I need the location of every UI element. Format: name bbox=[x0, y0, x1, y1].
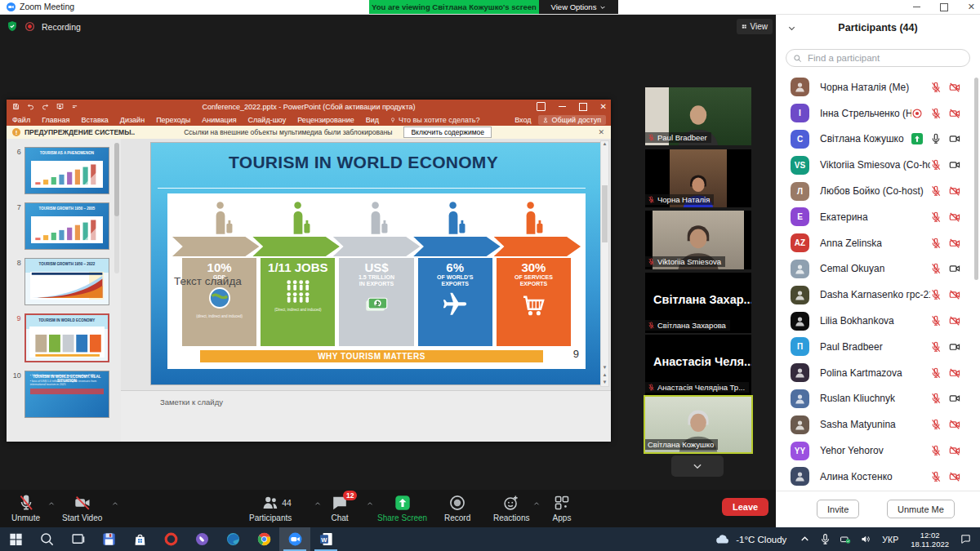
tell-me-box[interactable]: Что вы хотите сделать? bbox=[385, 116, 480, 124]
slideshow-icon[interactable] bbox=[56, 103, 64, 110]
scrollbar-thumb[interactable] bbox=[602, 185, 608, 242]
participant-row[interactable]: Polina Kartmazova bbox=[776, 360, 980, 386]
notes-pane[interactable]: Заметки к слайду bbox=[121, 390, 611, 442]
slide-thumbnail-9[interactable]: 9 TOURISM IN WORLD ECONOMY bbox=[11, 313, 109, 362]
panel-scrollbar[interactable] bbox=[974, 78, 978, 280]
taskbar-chrome-icon[interactable] bbox=[248, 527, 279, 551]
unmute-me-button[interactable]: Unmute Me bbox=[887, 500, 955, 518]
participants-button[interactable]: 44 Participants bbox=[249, 494, 292, 522]
clock[interactable]: 12:02 18.11.2022 bbox=[904, 531, 956, 549]
participant-row[interactable]: C Світлана Кожушко bbox=[776, 127, 980, 153]
maximize-button[interactable] bbox=[940, 3, 948, 11]
language-indicator[interactable]: УКР bbox=[876, 535, 904, 544]
tray-expand-icon[interactable] bbox=[795, 527, 815, 551]
tray-volume-icon[interactable] bbox=[856, 527, 876, 551]
participant-row[interactable]: Sasha Matyunina bbox=[776, 411, 980, 438]
video-tile-4[interactable]: Анастасія Челя... Анастасія Челядіна Тр.… bbox=[645, 335, 751, 395]
qat-more-icon[interactable] bbox=[71, 103, 78, 110]
video-tile-5[interactable]: Світлана Кожушко bbox=[645, 397, 751, 452]
save-icon[interactable] bbox=[12, 103, 20, 110]
apps-button[interactable]: Apps bbox=[552, 494, 572, 522]
unmute-button[interactable]: Unmute bbox=[11, 494, 40, 522]
editor-scrollbar[interactable]: ▲ ▼ ▲ ▼ bbox=[600, 140, 609, 387]
chevron-up-icon[interactable] bbox=[314, 500, 322, 508]
search-input[interactable] bbox=[806, 52, 963, 64]
video-tile-3[interactable]: Світлана Захар... Світлана Захарова bbox=[645, 273, 751, 333]
tray-device-icon[interactable] bbox=[835, 527, 856, 551]
start-video-button[interactable]: Start Video bbox=[62, 494, 102, 522]
minimize-button[interactable] bbox=[913, 7, 920, 7]
taskbar-save-app-icon[interactable] bbox=[93, 527, 124, 551]
share-button[interactable]: Общий доступ bbox=[538, 115, 606, 125]
undo-icon[interactable] bbox=[27, 103, 34, 110]
taskbar-store-icon[interactable] bbox=[124, 527, 155, 551]
ribbon-tab-7[interactable]: Рецензирование bbox=[292, 113, 360, 126]
enable-content-button[interactable]: Включить содержимое bbox=[403, 127, 492, 138]
slide-thumbnail-7[interactable]: 7 TOURISM GROWTH 1950 – 2005 bbox=[11, 202, 109, 250]
ribbon-tab-3[interactable]: Дизайн bbox=[114, 113, 150, 126]
action-center-icon[interactable] bbox=[956, 527, 980, 551]
close-button[interactable]: ✕ bbox=[968, 2, 975, 11]
participant-row[interactable]: E Екатерина bbox=[776, 204, 980, 230]
ribbon-tab-2[interactable]: Вставка bbox=[75, 113, 114, 126]
participant-row[interactable]: Алина Костенко bbox=[776, 464, 980, 490]
ribbon-tab-8[interactable]: Вид bbox=[360, 113, 385, 126]
share-screen-button[interactable]: Share Screen bbox=[377, 494, 427, 522]
taskbar-start-icon[interactable] bbox=[0, 527, 31, 551]
slide-thumbnail-6[interactable]: 6 TOURISM AS A PHENOMENON bbox=[11, 147, 109, 194]
participant-row[interactable]: Cemal Okuyan bbox=[776, 256, 980, 282]
ribbon-tab-1[interactable]: Главная bbox=[36, 113, 75, 126]
participant-row[interactable]: Dasha Karnasenko грс-21 bbox=[776, 282, 980, 308]
ppt-restore-button[interactable] bbox=[579, 103, 587, 111]
chevron-up-icon[interactable] bbox=[366, 500, 374, 508]
view-layout-button[interactable]: View bbox=[737, 19, 773, 34]
video-tile-1[interactable]: Чорна Наталія bbox=[645, 149, 751, 207]
taskbar-edge-icon[interactable] bbox=[217, 527, 248, 551]
ribbon-tab-0[interactable]: Файл bbox=[7, 113, 36, 126]
video-tile-0[interactable]: Paul Bradbeer bbox=[645, 87, 751, 145]
slide-thumbnail-8[interactable]: 8 TOURISM GROWTH 1950 – 2022 bbox=[11, 258, 109, 305]
participant-row[interactable]: YY Yehor Yehorov bbox=[776, 438, 980, 464]
previous-slide-icon[interactable]: ▲ bbox=[603, 372, 608, 377]
ribbon-tab-4[interactable]: Переходы bbox=[150, 113, 196, 126]
participant-row[interactable]: Ruslan Kliuchnyk bbox=[776, 386, 980, 412]
scroll-up-icon[interactable]: ▲ bbox=[603, 141, 608, 146]
participant-row[interactable]: Lilia Bokhankova bbox=[776, 308, 980, 334]
ppt-minimize-button[interactable] bbox=[559, 106, 566, 107]
slide-canvas[interactable]: TOURISM IN WORLD ECONOMY bbox=[151, 143, 600, 384]
sign-in-link[interactable]: Вход bbox=[514, 116, 531, 124]
weather-widget[interactable]: -1°C Cloudy bbox=[706, 531, 795, 548]
ribbon-options-icon[interactable] bbox=[537, 102, 546, 111]
participant-search[interactable] bbox=[786, 49, 970, 67]
collapse-videos-button[interactable] bbox=[671, 455, 724, 477]
scroll-down-icon[interactable]: ▼ bbox=[603, 365, 608, 370]
taskbar-viber-icon[interactable] bbox=[186, 527, 217, 551]
participant-row[interactable]: Чорна Наталія (Me) bbox=[776, 74, 980, 100]
participant-row[interactable]: I Інна Стрельченко (Host) bbox=[776, 100, 980, 127]
taskbar-task-view-icon[interactable] bbox=[62, 527, 93, 551]
recording-icon[interactable] bbox=[24, 21, 35, 32]
video-tile-2[interactable]: Viktoriia Smiesova bbox=[645, 211, 751, 269]
chevron-up-icon[interactable] bbox=[532, 500, 541, 508]
taskbar-zoom-icon[interactable] bbox=[279, 527, 310, 551]
taskbar-opera-icon[interactable] bbox=[155, 527, 186, 551]
participant-row[interactable]: Л Любов Бойко (Co-host) bbox=[776, 178, 980, 204]
chevron-up-icon[interactable] bbox=[111, 500, 119, 508]
record-button[interactable]: Record bbox=[444, 494, 470, 522]
thumbnail-scrollbar[interactable] bbox=[114, 143, 119, 273]
warning-close-icon[interactable]: ✕ bbox=[598, 128, 611, 136]
participant-row[interactable]: AZ Anna Zelinska bbox=[776, 230, 980, 256]
tray-mic-icon[interactable] bbox=[815, 527, 835, 551]
security-shield-icon[interactable] bbox=[7, 20, 18, 33]
ppt-close-button[interactable]: ✕ bbox=[600, 102, 607, 111]
reactions-button[interactable]: Reactions bbox=[493, 494, 529, 522]
chevron-up-icon[interactable] bbox=[47, 500, 56, 508]
chat-button[interactable]: 12 Chat bbox=[330, 494, 350, 522]
leave-button[interactable]: Leave bbox=[722, 498, 768, 516]
invite-button[interactable]: Invite bbox=[817, 500, 859, 518]
next-slide-icon[interactable]: ▼ bbox=[603, 380, 608, 384]
redo-icon[interactable] bbox=[42, 103, 49, 110]
slide-thumbnail-10[interactable]: 10 TOURISM IN WORLD ECONOMY. REAL SITUAT… bbox=[11, 371, 109, 418]
taskbar-word-icon[interactable]: W bbox=[310, 527, 341, 551]
ribbon-tab-5[interactable]: Анимация bbox=[196, 113, 242, 126]
